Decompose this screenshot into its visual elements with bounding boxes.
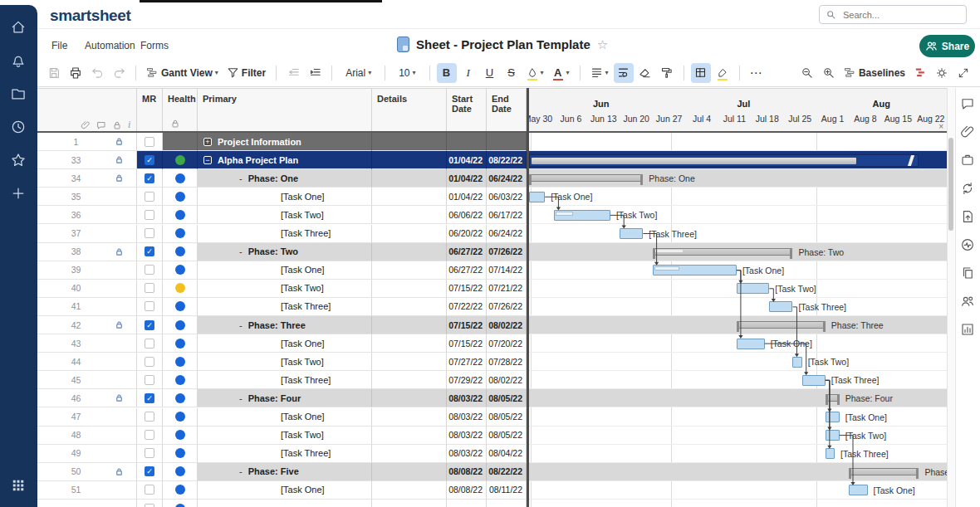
start-date-cell[interactable]: 08/03/22: [447, 427, 487, 445]
undo-button[interactable]: [87, 63, 107, 83]
mr-cell[interactable]: ✓: [137, 316, 163, 334]
primary-cell[interactable]: [Task Two]: [198, 280, 372, 298]
update-requests-icon[interactable]: [960, 181, 975, 196]
mr-checkbox[interactable]: [145, 210, 154, 220]
end-date-cell[interactable]: 06/24/22: [487, 169, 527, 188]
gantt-task-bar[interactable]: [802, 375, 826, 386]
mr-cell[interactable]: [137, 408, 163, 427]
mr-checkbox[interactable]: [145, 228, 154, 238]
redo-button[interactable]: [109, 63, 129, 83]
collapse-dash-icon[interactable]: -: [239, 320, 243, 330]
health-cell[interactable]: [163, 500, 198, 507]
zoom-out-button[interactable]: [797, 63, 817, 83]
gantt-phase-bar[interactable]: [737, 321, 826, 329]
recents-icon[interactable]: [9, 118, 27, 136]
row-number-cell[interactable]: 1: [37, 133, 137, 151]
grid-row[interactable]: 51[Task One]08/08/2208/11/22: [37, 481, 527, 500]
row-number-cell[interactable]: 36: [37, 206, 137, 224]
font-family-select[interactable]: Arial▾: [339, 63, 378, 83]
favorites-icon[interactable]: [9, 151, 27, 169]
gantt-task-bar[interactable]: [653, 265, 737, 275]
start-date-cell[interactable]: 07/15/22: [447, 316, 487, 334]
mr-checkbox[interactable]: [145, 283, 154, 293]
grid-row[interactable]: 47[Task One]08/03/2208/05/22: [37, 408, 527, 427]
row-number-cell[interactable]: 35: [37, 188, 137, 206]
grid-row[interactable]: 38✓-Phase: Two06/27/2207/26/22: [37, 243, 527, 261]
mr-checkbox[interactable]: [145, 430, 154, 440]
mr-checkbox[interactable]: [145, 412, 154, 422]
start-date-cell[interactable]: 07/22/22: [447, 298, 487, 316]
grid-row[interactable]: 41[Task Three]07/22/2207/26/22: [37, 298, 527, 316]
folders-icon[interactable]: [9, 85, 27, 103]
mr-checkbox[interactable]: [145, 357, 154, 367]
details-cell[interactable]: [372, 243, 447, 261]
row-number-cell[interactable]: 48: [37, 427, 137, 445]
primary-cell[interactable]: [Task Two]: [198, 427, 372, 445]
start-date-cell[interactable]: 08/03/22: [447, 445, 487, 463]
collapse-dash-icon[interactable]: -: [239, 393, 243, 403]
primary-cell[interactable]: [Task One]: [198, 481, 372, 500]
grid-row[interactable]: 50✓-Phase: Five08/08/2208/22/22: [37, 463, 527, 481]
mr-checkbox[interactable]: [145, 339, 154, 349]
start-date-cell[interactable]: 08/08/22: [447, 463, 487, 481]
health-cell[interactable]: [163, 481, 198, 500]
mr-cell[interactable]: [137, 371, 163, 389]
sheet-summary-icon[interactable]: [960, 266, 975, 280]
mr-checkbox[interactable]: [145, 448, 154, 458]
health-cell[interactable]: [163, 408, 198, 427]
conversations-icon[interactable]: [960, 96, 975, 111]
mr-cell[interactable]: [137, 188, 163, 206]
end-date-cell[interactable]: [487, 133, 527, 151]
start-date-cell[interactable]: 01/04/22: [447, 151, 487, 169]
primary-cell[interactable]: -Phase: Three: [198, 316, 372, 334]
share-button[interactable]: Share: [919, 35, 975, 57]
mr-cell[interactable]: [137, 481, 163, 500]
cell-borders-button[interactable]: [691, 63, 711, 83]
details-cell[interactable]: [372, 298, 447, 316]
mr-checkbox[interactable]: ✓: [145, 320, 154, 330]
start-date-cell[interactable]: 06/06/22: [447, 206, 487, 224]
grid-gantt-splitter[interactable]: [527, 88, 529, 507]
start-date-cell[interactable]: 06/27/22: [447, 261, 487, 280]
fill-color-button[interactable]: ▾: [523, 63, 547, 83]
health-cell[interactable]: [163, 280, 198, 298]
underline-button[interactable]: U: [480, 63, 500, 83]
primary-cell[interactable]: -Phase: Two: [198, 243, 372, 261]
zoom-in-button[interactable]: [819, 63, 839, 83]
details-cell[interactable]: [372, 261, 447, 280]
health-cell[interactable]: [163, 261, 198, 280]
health-cell[interactable]: [163, 427, 198, 445]
grid-row[interactable]: 44[Task Two]07/27/2207/28/22: [37, 353, 527, 371]
mr-cell[interactable]: ✓: [137, 151, 163, 169]
row-number-cell[interactable]: 50: [37, 463, 137, 481]
mr-cell[interactable]: [137, 261, 163, 280]
col-start[interactable]: Start Date: [447, 89, 487, 134]
statistics-icon[interactable]: [960, 322, 975, 337]
gantt-task-bar[interactable]: [529, 192, 545, 202]
primary-cell[interactable]: -Phase: Five: [198, 463, 372, 481]
mr-checkbox[interactable]: [145, 485, 154, 495]
end-date-cell[interactable]: 07/26/22: [487, 243, 527, 261]
row-number-cell[interactable]: 41: [37, 298, 137, 316]
details-cell[interactable]: [372, 389, 447, 407]
primary-cell[interactable]: −Alpha Project Plan: [198, 151, 372, 169]
end-date-cell[interactable]: 06/24/22: [487, 225, 527, 243]
start-date-cell[interactable]: 07/27/22: [447, 353, 487, 371]
row-number-cell[interactable]: 45: [37, 371, 137, 389]
gantt-task-bar[interactable]: [737, 283, 769, 294]
details-cell[interactable]: [372, 408, 447, 427]
search-box[interactable]: [819, 5, 967, 24]
mr-cell[interactable]: ✓: [137, 169, 163, 188]
grid-row[interactable]: 48[Task Two]08/03/2208/05/22: [37, 427, 527, 445]
row-number-cell[interactable]: [37, 500, 137, 507]
gantt-task-bar[interactable]: [826, 412, 840, 422]
row-number-cell[interactable]: 40: [37, 280, 137, 298]
end-date-cell[interactable]: 07/21/22: [487, 280, 527, 298]
details-cell[interactable]: [372, 500, 447, 507]
end-date-cell[interactable]: 08/04/22: [487, 445, 527, 463]
mr-cell[interactable]: ✓: [137, 389, 163, 407]
mr-checkbox[interactable]: ✓: [145, 466, 154, 476]
details-cell[interactable]: [372, 334, 447, 353]
primary-cell[interactable]: -Phase: Four: [198, 389, 372, 407]
primary-cell[interactable]: [Task Three]: [198, 298, 372, 316]
